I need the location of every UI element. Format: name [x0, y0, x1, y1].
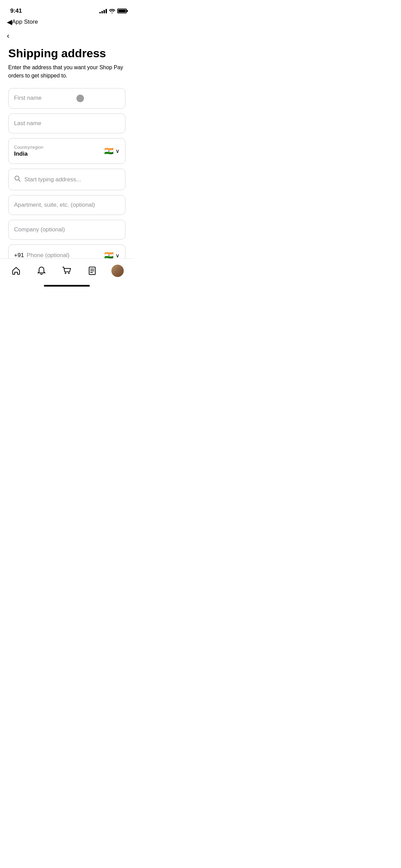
svg-point-3 — [68, 273, 70, 274]
phone-placeholder: Phone (optional) — [27, 252, 70, 259]
company-placeholder: Company (optional) — [14, 226, 65, 233]
status-icons — [99, 9, 127, 13]
signal-icon — [99, 9, 107, 13]
phone-prefix: +91 — [14, 252, 24, 259]
country-region-field[interactable]: Country/region India 🇮🇳 ∨ — [8, 138, 125, 164]
last-name-field[interactable]: Last name — [8, 113, 125, 133]
country-chevron-icon: ∨ — [116, 148, 120, 154]
address-search-field[interactable]: Start typing address... — [8, 169, 125, 190]
home-icon — [11, 266, 21, 276]
orders-icon — [88, 266, 97, 276]
first-name-field[interactable]: First name — [8, 88, 125, 109]
svg-point-2 — [65, 273, 66, 274]
back-nav-row: ‹ — [0, 29, 134, 43]
address-search-placeholder: Start typing address... — [24, 176, 81, 183]
wifi-icon — [109, 9, 115, 13]
status-time: 9:41 — [10, 8, 22, 14]
country-value: India — [14, 150, 43, 157]
battery-icon — [117, 9, 127, 13]
nav-notifications[interactable] — [31, 262, 52, 279]
app-store-label[interactable]: App Store — [12, 19, 38, 25]
nav-cart[interactable] — [57, 262, 77, 279]
back-icon[interactable]: ◀ — [7, 19, 12, 25]
home-indicator — [44, 285, 90, 287]
first-name-dot — [76, 95, 84, 102]
cart-icon — [62, 266, 72, 276]
first-name-placeholder: First name — [14, 95, 41, 101]
svg-line-1 — [19, 180, 20, 181]
company-field[interactable]: Company (optional) — [8, 220, 125, 240]
search-icon — [14, 175, 21, 184]
country-label: Country/region — [14, 145, 43, 150]
bell-icon — [37, 266, 46, 276]
nav-orders[interactable] — [82, 262, 102, 279]
page-subtitle: Enter the address that you want your Sho… — [8, 63, 125, 80]
last-name-placeholder: Last name — [14, 120, 41, 126]
avatar-image — [111, 265, 124, 277]
status-bar: 9:41 — [0, 0, 134, 17]
content-area: Shipping address Enter the address that … — [0, 43, 134, 285]
back-chevron-icon[interactable]: ‹ — [7, 29, 9, 43]
avatar — [111, 265, 124, 277]
country-flag-icon: 🇮🇳 — [104, 147, 113, 156]
country-flag-area: 🇮🇳 ∨ — [104, 147, 120, 156]
apartment-field[interactable]: Apartment, suite, etc. (optional) — [8, 195, 125, 215]
page-title: Shipping address — [8, 47, 125, 60]
app-store-nav: ◀ App Store — [0, 17, 134, 28]
apartment-placeholder: Apartment, suite, etc. (optional) — [14, 202, 95, 208]
nav-home[interactable] — [6, 262, 26, 279]
phone-chevron-icon: ∨ — [116, 252, 120, 259]
nav-profile[interactable] — [107, 262, 128, 279]
